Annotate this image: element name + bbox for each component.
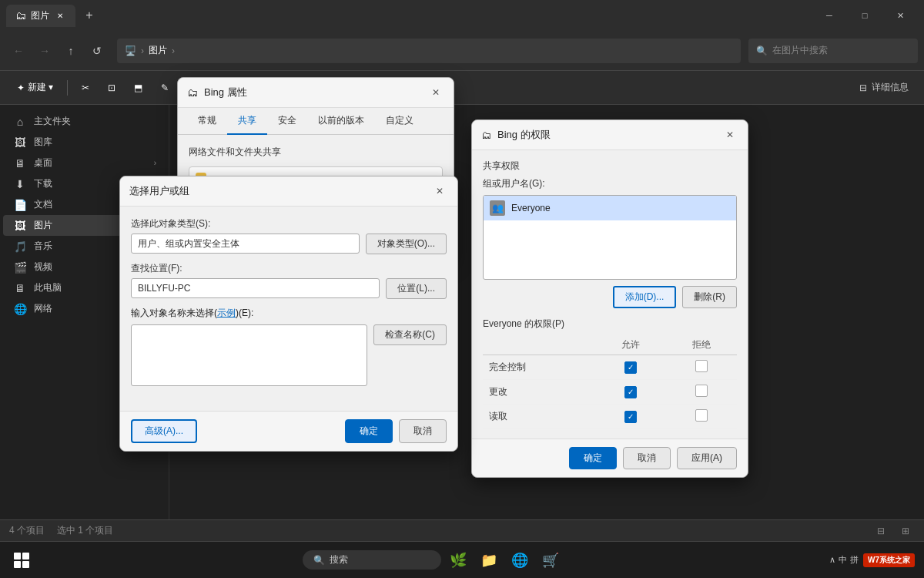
- window-controls: ─ □ ✕: [812, 3, 918, 28]
- paste-button[interactable]: ⬒: [126, 79, 150, 96]
- type-input[interactable]: [131, 234, 360, 254]
- tab-share[interactable]: 共享: [227, 108, 267, 135]
- input-label: 输入对象名称来选择(: [131, 307, 217, 318]
- perm-allow-change[interactable]: ✓: [596, 380, 667, 405]
- taskbar-icon-nature[interactable]: 🌿: [444, 546, 472, 574]
- search-box[interactable]: 🔍 在图片中搜索: [748, 39, 918, 63]
- check-name-button[interactable]: 检查名称(C): [373, 324, 447, 345]
- sidebar-label-documents: 文档: [34, 198, 52, 211]
- permissions-close-button[interactable]: ✕: [721, 126, 738, 143]
- forward-button[interactable]: →: [32, 39, 57, 63]
- sidebar-label-music: 音乐: [34, 240, 52, 253]
- checkbox-deny-read[interactable]: [695, 409, 708, 422]
- footer-right: 确定 取消: [345, 419, 447, 443]
- navigation-toolbar: ← → ↑ ↺ 🖥️ › 图片 › 🔍 在图片中搜索: [0, 31, 924, 71]
- sidebar-label-videos: 视频: [34, 260, 52, 274]
- select-user-cancel-button[interactable]: 取消: [399, 419, 447, 443]
- object-type-button[interactable]: 对象类型(O)...: [366, 234, 447, 254]
- name-input[interactable]: [131, 324, 367, 386]
- tab-security[interactable]: 安全: [267, 108, 307, 135]
- sidebar-label-desktop: 桌面: [34, 156, 52, 170]
- new-button[interactable]: ✦ ✦ 新建 新建 ▾: [9, 78, 61, 97]
- tab-previous-versions[interactable]: 以前的版本: [307, 108, 375, 135]
- location-button[interactable]: 位置(L)...: [386, 278, 447, 299]
- sidebar-label-this-pc: 此电脑: [34, 281, 62, 294]
- videos-icon: 🎬: [12, 261, 28, 274]
- checkbox-allow-change[interactable]: ✓: [624, 386, 637, 398]
- bing-props-icon: 🗂: [187, 86, 198, 99]
- detail-info-button[interactable]: ⊟ 详细信息: [853, 78, 915, 97]
- search-placeholder: 在图片中搜索: [772, 44, 828, 57]
- taskbar-icon-store[interactable]: 🛒: [537, 546, 564, 574]
- taskbar-search-icon: 🔍: [313, 555, 325, 566]
- example-link[interactable]: 示例: [217, 307, 236, 318]
- sidebar-item-main-folder[interactable]: ⌂ 主文件夹: [3, 111, 166, 132]
- explorer-tab[interactable]: 🗂 图片 ✕: [6, 5, 75, 27]
- permissions-cancel-button[interactable]: 取消: [623, 447, 671, 469]
- systray-input-method[interactable]: 中: [839, 554, 847, 566]
- tab-customize[interactable]: 自定义: [375, 108, 424, 135]
- permissions-ok-button[interactable]: 确定: [569, 447, 617, 469]
- grid-view-toggle[interactable]: ⊞: [896, 522, 915, 540]
- sidebar-item-gallery[interactable]: 🖼 图库: [3, 132, 166, 153]
- close-button[interactable]: ✕: [882, 3, 918, 28]
- select-user-close-button[interactable]: ✕: [431, 183, 448, 200]
- checkbox-deny-full[interactable]: [695, 360, 708, 372]
- list-view-toggle[interactable]: ⊟: [872, 522, 890, 540]
- new-tab-button[interactable]: +: [79, 5, 100, 26]
- user-row-everyone[interactable]: 👥 Everyone: [484, 196, 736, 220]
- start-button[interactable]: [6, 545, 37, 576]
- taskbar-search-text: 搜索: [330, 553, 348, 566]
- taskbar-icon-folder[interactable]: 📁: [475, 546, 503, 574]
- group-users-label: 组或用户名(G):: [483, 177, 737, 190]
- brand-badge: W7系统之家: [863, 553, 915, 567]
- perm-deny-change[interactable]: [666, 380, 737, 405]
- cut-button[interactable]: ✂: [74, 79, 97, 96]
- documents-icon: 📄: [12, 199, 28, 211]
- perm-allow-read[interactable]: ✓: [596, 405, 667, 429]
- systray-arrow[interactable]: ∧: [829, 555, 835, 565]
- advanced-button[interactable]: 高级(A)...: [131, 419, 197, 443]
- bing-props-close-button[interactable]: ✕: [427, 84, 444, 101]
- add-user-button[interactable]: 添加(D)...: [613, 286, 677, 308]
- downloads-icon: ⬇: [12, 178, 28, 190]
- taskbar-icon-edge[interactable]: 🌐: [506, 546, 534, 574]
- perm-col-deny: 拒绝: [666, 335, 737, 355]
- taskbar-search-bar[interactable]: 🔍 搜索: [303, 550, 441, 570]
- sidebar-label-gallery: 图库: [34, 136, 52, 149]
- status-bar: 4 个项目 选中 1 个项目 ⊟ ⊞: [0, 519, 924, 541]
- perm-allow-full-control[interactable]: ✓: [596, 355, 667, 380]
- address-bar[interactable]: 🖥️ › 图片 ›: [117, 39, 741, 63]
- minimize-button[interactable]: ─: [812, 3, 847, 28]
- permissions-apply-button[interactable]: 应用(A): [677, 447, 737, 469]
- systray-pinyin[interactable]: 拼: [850, 554, 859, 566]
- start-icon: [14, 553, 29, 568]
- taskbar: 🔍 搜索 🌿 📁 🌐 🛒 ∧ 中 拼 W7系统之家: [0, 541, 924, 578]
- sidebar-item-desktop[interactable]: 🖥 桌面 ›: [3, 153, 166, 173]
- back-button[interactable]: ←: [6, 39, 31, 63]
- type-label: 选择此对象类型(S):: [131, 217, 447, 230]
- remove-user-button[interactable]: 删除(R): [682, 286, 737, 308]
- tab-close-button[interactable]: ✕: [54, 9, 66, 22]
- location-input[interactable]: [131, 278, 380, 298]
- perm-deny-full-control[interactable]: [666, 355, 737, 380]
- sidebar-label-network: 网络: [34, 302, 52, 315]
- bing-props-tabs: 常规 共享 安全 以前的版本 自定义: [178, 108, 454, 135]
- checkbox-allow-read[interactable]: ✓: [624, 411, 637, 423]
- perm-label-read: 读取: [483, 405, 596, 429]
- perm-label-full-control: 完全控制: [483, 355, 596, 380]
- perm-deny-read[interactable]: [666, 405, 737, 429]
- type-row: 对象类型(O)...: [131, 234, 447, 254]
- checkbox-allow-full[interactable]: ✓: [624, 361, 637, 374]
- rename-button[interactable]: ✎: [153, 79, 176, 96]
- tab-general[interactable]: 常规: [187, 108, 227, 135]
- user-list: 👥 Everyone: [483, 195, 737, 280]
- copy-button[interactable]: ⊡: [100, 79, 123, 96]
- maximize-button[interactable]: □: [847, 3, 882, 28]
- up-button[interactable]: ↑: [59, 39, 83, 63]
- sidebar-label-pictures: 图片: [34, 219, 52, 232]
- tab-folder-icon: 🗂: [15, 9, 26, 22]
- refresh-button[interactable]: ↺: [85, 39, 109, 63]
- checkbox-deny-change[interactable]: [695, 385, 708, 397]
- select-user-ok-button[interactable]: 确定: [345, 419, 393, 443]
